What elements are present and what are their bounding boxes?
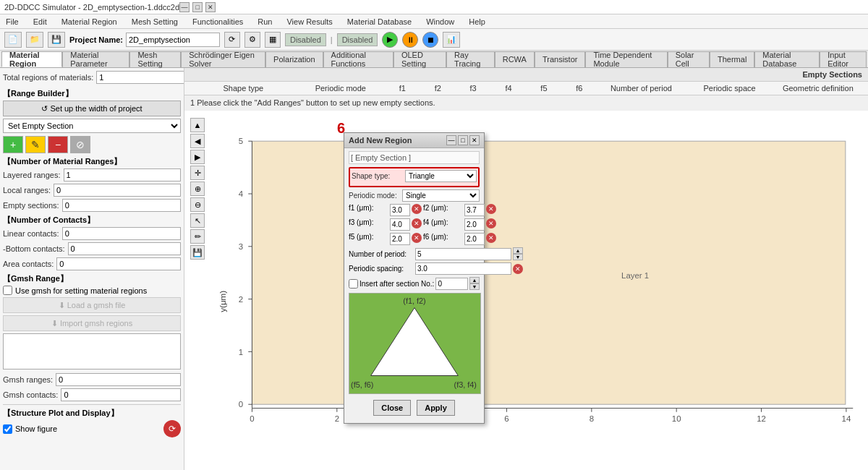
f4-input[interactable] [464,218,485,231]
import-gmsh-button[interactable]: ⬇ Import gmsh regions [3,315,181,331]
nav-up[interactable]: ▲ [190,118,205,132]
project-name-input[interactable] [126,33,220,47]
remove-range-button[interactable]: − [48,136,68,153]
insert-checkbox[interactable] [349,279,358,289]
menu-help[interactable]: Help [466,16,488,27]
nav-right[interactable]: ▶ [190,150,205,164]
nav-move[interactable]: ✛ [190,166,205,180]
tab-thermal[interactable]: Thermal [710,51,754,67]
layered-ranges-input[interactable] [64,168,182,181]
run-button[interactable]: ▶ [382,32,398,48]
nav-pen[interactable]: ✏ [190,229,205,244]
num-period-input[interactable] [415,248,511,260]
menu-run[interactable]: Run [255,16,275,27]
add-range-button[interactable]: + [3,136,23,153]
f3-label: f3 (μm): [349,218,388,231]
chart-button[interactable]: 📊 [443,32,460,48]
nav-cursor[interactable]: ↖ [190,213,205,228]
dialog-close-button[interactable]: ✕ [469,135,480,145]
set-empty-section-select[interactable]: Set Empty Section [3,119,181,133]
total-regions-input[interactable] [96,71,184,84]
local-ranges-input[interactable] [54,184,181,197]
new-button[interactable]: 📄 [4,32,22,48]
tab-rcwa[interactable]: RCWA [495,51,535,67]
settings-button[interactable]: ⚙ [244,32,260,48]
show-figure-checkbox[interactable] [3,424,12,434]
nav-save[interactable]: 💾 [190,245,205,260]
use-gmsh-checkbox[interactable] [3,286,12,295]
num-period-down[interactable]: ▼ [513,254,523,260]
f5-input[interactable] [390,233,410,245]
f4-clear-button[interactable]: ✕ [486,218,496,228]
num-period-up[interactable]: ▲ [513,247,523,254]
periodic-mode-select[interactable]: Single Periodic [402,189,480,202]
tab-material-db[interactable]: Material Database [754,51,820,67]
grid-button[interactable]: ▦ [265,32,281,48]
stop-button[interactable]: ⏹ [422,32,438,48]
gmsh-contacts-input[interactable] [61,388,181,401]
insert-up[interactable]: ▲ [469,277,480,283]
tab-solar-cell[interactable]: Solar Cell [668,51,710,67]
f5-clear-button[interactable]: ✕ [412,233,422,243]
dialog-titlebar[interactable]: Add New Region — □ ✕ [344,133,484,148]
tab-transistor[interactable]: Transistor [535,51,586,67]
refresh-button[interactable]: ⟳ [224,32,240,48]
setup-width-button[interactable]: ↺ Set up the width of project [3,101,181,116]
save-button[interactable]: 💾 [48,32,65,48]
tab-oled[interactable]: OLED Setting [393,51,446,67]
menu-view-results[interactable]: View Results [284,16,335,27]
gmsh-textarea[interactable] [3,333,181,369]
close-button[interactable]: Close [373,400,411,416]
minimize-button[interactable]: — [179,2,190,12]
bottom-contacts-input[interactable] [68,242,181,255]
periodic-spacing-clear[interactable]: ✕ [513,264,523,274]
tab-ray-tracing[interactable]: Ray Tracing [446,51,495,67]
disabled-range-button[interactable]: ⊘ [70,136,90,153]
nav-zoom-out[interactable]: ⊖ [190,197,205,212]
f6-clear-button[interactable]: ✕ [486,233,496,243]
tab-material-region[interactable]: Material Region [1,51,62,67]
insert-down[interactable]: ▼ [469,283,480,290]
tab-schrodinger[interactable]: Schrödinger Eigen Solver [181,51,265,67]
insert-input[interactable] [435,278,468,290]
menu-functionalities[interactable]: Functionalities [190,16,246,27]
dialog-minimize-button[interactable]: — [446,135,456,145]
tab-polarization[interactable]: Polarization [265,51,323,67]
f3-input[interactable] [390,218,410,231]
tab-input-editor[interactable]: Input Editor [820,51,867,67]
nav-left[interactable]: ◀ [190,134,205,148]
linear-contacts-input[interactable] [62,227,181,240]
area-contacts-input[interactable] [56,257,181,270]
menu-window[interactable]: Window [423,16,457,27]
menu-material-region[interactable]: Material Region [59,16,120,27]
f3-clear-button[interactable]: ✕ [412,218,422,228]
tab-time-dependent[interactable]: Time Dependent Module [585,51,667,67]
dialog-maximize-button[interactable]: □ [458,135,468,145]
menu-file[interactable]: File [3,16,22,27]
tab-additional[interactable]: Additional Functions [323,51,393,67]
open-button[interactable]: 📁 [26,32,43,48]
f6-input[interactable] [464,233,485,245]
maximize-button[interactable]: □ [192,2,203,12]
pause-button[interactable]: ⏸ [402,32,418,48]
f1-clear-button[interactable]: ✕ [412,204,422,214]
f1-input[interactable] [390,204,410,216]
refresh-icon[interactable]: ⟳ [163,420,181,437]
edit-range-button[interactable]: ✎ [25,136,46,153]
f2-input[interactable] [464,204,485,216]
tab-mesh-setting[interactable]: Mesh Setting [129,51,181,67]
menu-mesh-setting[interactable]: Mesh Setting [129,16,181,27]
gmsh-range-header: 【Gmsh Range】 [3,273,181,284]
menu-material-database[interactable]: Material Database [344,16,414,27]
f2-clear-button[interactable]: ✕ [486,204,496,214]
load-gmsh-button[interactable]: ⬇ Load a gmsh file [3,297,181,313]
menu-edit[interactable]: Edit [30,16,50,27]
close-window-button[interactable]: ✕ [205,2,216,12]
gmsh-ranges-input[interactable] [56,373,181,386]
empty-sections-input[interactable] [62,199,181,212]
shape-type-select[interactable]: Triangle Rectangle Circle Trapezoid [405,170,477,182]
nav-zoom-in[interactable]: ⊕ [190,181,205,196]
apply-button[interactable]: Apply [417,400,455,416]
tab-material-parameter[interactable]: Material Parameter [62,51,129,67]
periodic-spacing-input[interactable] [415,262,511,275]
